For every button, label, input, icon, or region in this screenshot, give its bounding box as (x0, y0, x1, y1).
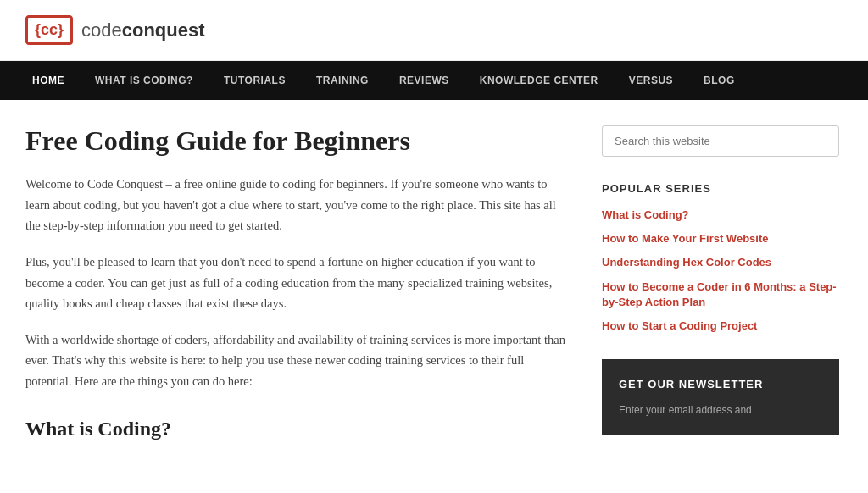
page-container: Free Coding Guide for Beginners Welcome … (0, 100, 868, 474)
newsletter-text: Enter your email address and (619, 402, 822, 418)
nav-link-home[interactable]: HOME (17, 61, 80, 100)
series-item-5[interactable]: How to Start a Coding Project (602, 319, 839, 334)
nav-link-training[interactable]: TRAINING (301, 61, 384, 100)
nav-link-tutorials[interactable]: TUTORIALS (209, 61, 301, 100)
logo-code: code (81, 19, 122, 41)
newsletter-box: GET OUR NEWSLETTER Enter your email addr… (602, 359, 839, 435)
intro-paragraph-2: Plus, you'll be pleased to learn that yo… (25, 252, 568, 314)
series-item-2[interactable]: How to Make Your First Website (602, 231, 839, 246)
site-header: {cc} codeconquest (0, 0, 868, 61)
nav-list: HOME WHAT IS CODING? TUTORIALS TRAINING … (17, 61, 851, 100)
series-item-4[interactable]: How to Become a Coder in 6 Months: a Ste… (602, 280, 839, 310)
popular-series-list: What is Coding? How to Make Your First W… (602, 208, 839, 334)
nav-item-home[interactable]: HOME (17, 61, 80, 100)
nav-item-knowledge-center[interactable]: KNOWLEDGE CENTER (465, 61, 614, 100)
nav-link-versus[interactable]: VERSUS (614, 61, 688, 100)
intro-paragraph-3: With a worldwide shortage of coders, aff… (25, 330, 568, 392)
logo-text: codeconquest (81, 19, 205, 42)
logo-conquest: conquest (122, 19, 205, 41)
section-title-what-is-coding: What is Coding? (25, 418, 568, 440)
series-link-3[interactable]: Understanding Hex Color Codes (602, 255, 839, 270)
logo[interactable]: {cc} codeconquest (25, 15, 205, 45)
page-title: Free Coding Guide for Beginners (25, 125, 568, 157)
logo-icon: {cc} (25, 15, 73, 45)
nav-link-what-is-coding[interactable]: WHAT IS CODING? (80, 61, 209, 100)
nav-item-tutorials[interactable]: TUTORIALS (209, 61, 301, 100)
nav-item-training[interactable]: TRAINING (301, 61, 384, 100)
newsletter-heading: GET OUR NEWSLETTER (619, 378, 822, 391)
nav-item-reviews[interactable]: REVIEWS (384, 61, 465, 100)
popular-series-heading: POPULAR SERIES (602, 182, 839, 195)
nav-link-blog[interactable]: BLOG (688, 61, 750, 100)
popular-series: POPULAR SERIES What is Coding? How to Ma… (602, 182, 839, 334)
series-link-5[interactable]: How to Start a Coding Project (602, 319, 839, 334)
series-item-1[interactable]: What is Coding? (602, 208, 839, 223)
series-link-4[interactable]: How to Become a Coder in 6 Months: a Ste… (602, 280, 839, 310)
nav-item-what-is-coding[interactable]: WHAT IS CODING? (80, 61, 209, 100)
nav-link-reviews[interactable]: REVIEWS (384, 61, 465, 100)
search-input[interactable] (602, 125, 839, 157)
series-item-3[interactable]: Understanding Hex Color Codes (602, 255, 839, 270)
sidebar: POPULAR SERIES What is Coding? How to Ma… (602, 125, 839, 449)
series-link-2[interactable]: How to Make Your First Website (602, 231, 839, 246)
main-navigation: HOME WHAT IS CODING? TUTORIALS TRAINING … (0, 61, 868, 100)
nav-link-knowledge-center[interactable]: KNOWLEDGE CENTER (465, 61, 614, 100)
nav-item-blog[interactable]: BLOG (688, 61, 750, 100)
series-link-1[interactable]: What is Coding? (602, 208, 839, 223)
main-content: Free Coding Guide for Beginners Welcome … (25, 125, 568, 449)
intro-paragraph-1: Welcome to Code Conquest – a free online… (25, 174, 568, 236)
nav-item-versus[interactable]: VERSUS (614, 61, 688, 100)
